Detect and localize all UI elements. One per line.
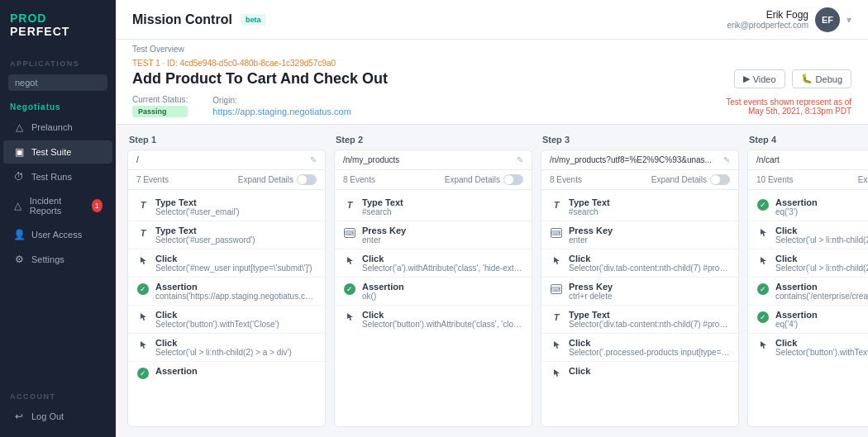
events-count: 8 Events — [550, 175, 582, 184]
step-url-bar: / ✎ — [128, 150, 325, 170]
event-name: Click — [362, 254, 523, 264]
debug-icon: 🐛 — [801, 74, 813, 84]
expand-details[interactable]: Expand Details — [651, 174, 730, 185]
step-url: /n/cart — [756, 155, 868, 164]
test-overview-label: Test Overview — [132, 45, 851, 54]
settings-icon: ⚙ — [13, 254, 25, 265]
event-selector: #search — [362, 207, 523, 216]
events-date: May 5th, 2021, 8:13pm PDT — [748, 107, 851, 116]
step-url: / — [136, 155, 305, 164]
expand-details[interactable]: Expand Details — [238, 174, 317, 185]
incident-badge: 1 — [92, 199, 103, 212]
event-item: ✓ Assertion ok() — [335, 278, 532, 306]
event-type-icon — [756, 339, 770, 352]
user-info: Erik Fogg erik@prodperfect.com — [727, 9, 808, 30]
sidebar-item-test-suite[interactable]: ▣ Test Suite — [3, 140, 112, 164]
test-meta-row: Current Status: Passing Origin: https://… — [132, 95, 851, 124]
step-events-bar: 10 Events Expand Details — [748, 170, 868, 190]
sidebar-item-label: Incident Reports — [30, 196, 85, 216]
origin-link[interactable]: https://app.staging.negotiatus.com — [212, 107, 351, 116]
event-selector: Selector('#user_email') — [155, 207, 317, 216]
app-search-input[interactable] — [15, 78, 101, 88]
events-list: T Type Text #search ⌨ Press Key — [335, 190, 532, 426]
events-count: 8 Events — [343, 175, 375, 184]
event-type-icon — [756, 226, 770, 240]
event-name: Type Text — [155, 226, 317, 235]
event-name: Click — [775, 338, 868, 348]
sidebar-item-label: Log Out — [31, 411, 64, 421]
event-item: ✓ Assertion contains('https://app.stagin… — [128, 278, 325, 306]
event-name: Press Key — [569, 282, 730, 292]
event-item: ⌨ Press Key enter — [335, 221, 532, 249]
event-name: Click — [775, 226, 868, 235]
event-content: Click Selector('button').withText('Close… — [155, 310, 317, 329]
event-name: Type Text — [155, 197, 317, 207]
events-list: T Type Text Selector('#user_email') T — [128, 190, 325, 426]
step-label: Step 3 — [541, 135, 739, 145]
sidebar: PROD PERFECT APPLICATIONS Negotiatus △ P… — [0, 0, 116, 437]
event-content: Click Selector('button').withText('Conti… — [775, 338, 868, 357]
video-icon: ▶ — [743, 74, 750, 84]
event-type-icon: ✓ — [343, 283, 356, 296]
expand-toggle[interactable] — [297, 174, 317, 185]
event-item: T Type Text Selector('#user_email') — [128, 193, 325, 221]
event-type-icon: ⌨ — [343, 226, 356, 240]
expand-details[interactable]: Expand Details — [858, 174, 868, 185]
expand-toggle[interactable] — [710, 174, 730, 185]
event-name: Assertion — [362, 282, 523, 292]
header-left: Mission Control beta — [132, 12, 265, 27]
edit-icon[interactable]: ✎ — [310, 155, 317, 164]
expand-toggle[interactable] — [503, 174, 523, 185]
applications-label: APPLICATIONS — [0, 50, 116, 71]
event-item: Click Selector('ul > li:nth-child(2) > u… — [748, 221, 868, 249]
event-selector: Selector('button').withAttribute('class'… — [362, 320, 523, 329]
event-selector: enter — [569, 235, 730, 245]
event-item: Click Selector('.processed-products inpu… — [541, 334, 738, 362]
debug-button[interactable]: 🐛 Debug — [792, 69, 851, 88]
event-item: ✓ Assertion eq('4') — [748, 306, 868, 334]
event-type-icon — [136, 339, 150, 352]
event-item: T Type Text #search — [335, 193, 532, 221]
event-content: Assertion contains('https://app.staging.… — [155, 282, 317, 301]
origin-label: Origin: — [212, 96, 351, 105]
event-type-icon: ✓ — [756, 198, 770, 211]
edit-icon[interactable]: ✎ — [723, 155, 730, 164]
events-list: ✓ Assertion eq('3') Click — [748, 190, 868, 426]
sidebar-item-prelaunch[interactable]: △ Prelaunch — [3, 116, 112, 139]
step-label: Step 1 — [127, 135, 326, 145]
user-menu-chevron[interactable]: ▾ — [847, 14, 851, 26]
nav-label: Negotiatus — [0, 94, 116, 115]
step-col-3: Step 3 /n/my_products?utf8=%E2%9C%93&una… — [541, 135, 739, 427]
event-type-icon: T — [343, 198, 356, 211]
event-type-icon: ✓ — [136, 367, 150, 380]
sidebar-item-test-runs[interactable]: ⏱ Test Runs — [3, 165, 112, 188]
event-type-icon — [136, 311, 150, 324]
incident-icon: △ — [13, 200, 23, 211]
user-email: erik@prodperfect.com — [727, 21, 808, 30]
status-badge: Passing — [132, 106, 188, 117]
event-name: Assertion — [155, 282, 317, 292]
sidebar-item-user-access[interactable]: 👤 User Access — [3, 223, 112, 246]
event-content: Click Selector('ul > li:nth-child(2) > u… — [775, 226, 868, 245]
event-content: Assertion contains('/enterprise/create_p… — [775, 282, 868, 301]
edit-icon[interactable]: ✎ — [517, 155, 523, 164]
sidebar-item-label: Prelaunch — [31, 122, 73, 132]
sidebar-item-log-out[interactable]: ↩ Log Out — [3, 405, 112, 428]
expand-details[interactable]: Expand Details — [445, 174, 523, 185]
event-item: Click Selector('button').withAttribute('… — [335, 306, 532, 333]
steps-area: Step 1 / ✎ 7 Events Expand Details — [116, 125, 868, 437]
events-count: 10 Events — [756, 175, 793, 184]
avatar: EF — [815, 7, 840, 32]
event-name: Type Text — [362, 197, 523, 207]
event-name: Assertion — [775, 282, 868, 292]
event-name: Click — [155, 254, 317, 264]
sidebar-item-settings[interactable]: ⚙ Settings — [3, 248, 112, 271]
event-item: Click Selector('div.tab-content:nth-chil… — [541, 249, 738, 278]
event-selector: Selector('button').withText('Close') — [155, 320, 317, 329]
events-count: 7 Events — [136, 175, 169, 184]
app-search[interactable] — [8, 74, 107, 91]
video-button[interactable]: ▶ Video — [734, 69, 785, 88]
current-status-item: Current Status: Passing — [132, 95, 188, 117]
event-item: ⌨ Press Key enter — [541, 221, 738, 249]
sidebar-item-incident-reports[interactable]: △ Incident Reports 1 — [3, 190, 112, 221]
